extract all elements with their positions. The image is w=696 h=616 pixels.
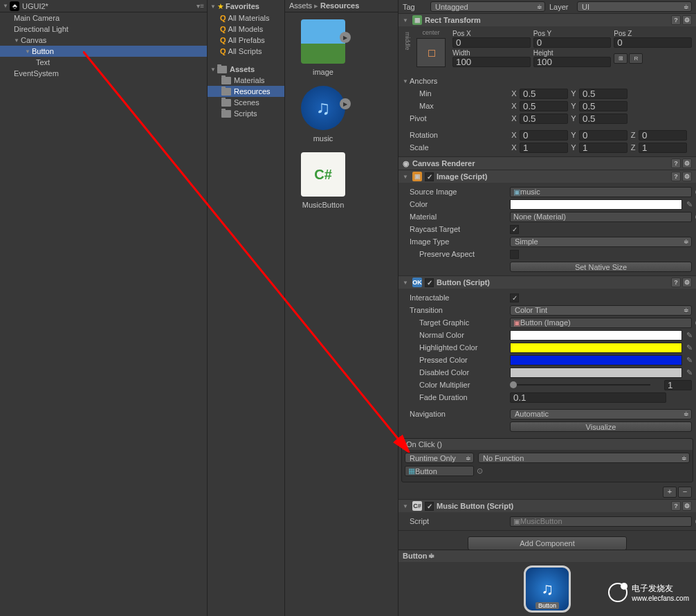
hier-eventsystem[interactable]: EventSystem — [0, 68, 207, 79]
hier-canvas[interactable]: ▼Canvas — [0, 35, 207, 46]
width-input[interactable] — [452, 57, 531, 67]
set-native-size-button[interactable]: Set Native Size — [510, 262, 692, 272]
posz-input[interactable] — [614, 37, 692, 48]
visualize-button[interactable]: Visualize — [510, 422, 692, 432]
image-color[interactable] — [510, 199, 682, 210]
rect-foldout[interactable]: ▼ — [403, 17, 410, 24]
search-icon: Q — [220, 47, 226, 55]
anchor-max-x[interactable] — [520, 101, 568, 111]
scale-z[interactable] — [639, 143, 687, 153]
layer-dropdown[interactable]: UI — [577, 1, 692, 12]
assets-root[interactable]: ▼Assets — [208, 64, 284, 75]
raycast-checkbox[interactable] — [510, 225, 519, 234]
posx-input[interactable] — [452, 37, 531, 48]
asset-image[interactable]: ▶ image — [292, 19, 354, 76]
anchor-min-y[interactable] — [579, 89, 628, 99]
script-field[interactable]: ▣MusicButton — [510, 516, 692, 527]
musicbutton-enabled[interactable] — [425, 502, 434, 511]
target-graphic-field[interactable]: ▣Button (Image) — [510, 318, 692, 328]
gear-icon[interactable]: ⚙ — [682, 278, 692, 287]
folder-scripts[interactable]: Scripts — [208, 108, 284, 119]
pivot-x[interactable] — [520, 114, 568, 124]
help-icon[interactable]: ? — [671, 158, 681, 168]
pivot-y[interactable] — [579, 114, 628, 124]
runtime-dropdown[interactable]: Runtime Only — [405, 453, 474, 463]
navigation-dropdown[interactable]: Automatic — [510, 409, 692, 419]
remove-event-button[interactable]: − — [678, 487, 692, 498]
anchor-min-x[interactable] — [520, 89, 568, 99]
scale-y[interactable] — [579, 143, 628, 153]
hier-main-camera[interactable]: Main Camera — [0, 12, 207, 24]
help-icon[interactable]: ? — [671, 172, 681, 181]
help-icon[interactable]: ? — [671, 15, 681, 25]
pressed-color[interactable] — [510, 355, 682, 365]
image-enabled[interactable] — [425, 172, 434, 181]
anchor-preset[interactable] — [416, 38, 446, 67]
help-icon[interactable]: ? — [671, 278, 681, 287]
scene-foldout[interactable]: ▼ — [3, 3, 10, 9]
folder-materials[interactable]: Materials — [208, 75, 284, 86]
hierarchy-menu-icon[interactable]: ▾≡ — [196, 2, 204, 10]
scale-x[interactable] — [520, 143, 568, 153]
transition-dropdown[interactable]: Color Tint — [510, 305, 692, 316]
disabled-color[interactable] — [510, 368, 682, 378]
help-icon[interactable]: ? — [671, 501, 681, 511]
button-enabled[interactable] — [425, 278, 434, 287]
image-thumb: ▶ — [301, 19, 345, 64]
music-thumb: ♫▶ — [301, 86, 345, 130]
image-title: Image (Script) — [437, 172, 487, 181]
normal-color[interactable] — [510, 330, 682, 341]
function-dropdown[interactable]: No Function — [478, 453, 690, 463]
rot-x[interactable] — [520, 130, 568, 141]
musicbutton-title: Music Button (Script) — [437, 502, 513, 510]
color-multiplier-slider[interactable] — [510, 380, 664, 390]
posy-input[interactable] — [533, 37, 612, 48]
preview-music-icon: ♫Button — [524, 565, 571, 613]
gear-icon[interactable]: ⚙ — [682, 172, 692, 181]
hier-button[interactable]: ▼Button — [0, 46, 207, 57]
height-input[interactable] — [533, 57, 612, 67]
highlighted-color[interactable] — [510, 343, 682, 353]
tag-label: Tag — [403, 3, 426, 11]
add-component-button[interactable]: Add Component — [468, 536, 627, 550]
rot-z[interactable] — [639, 130, 687, 141]
search-icon: Q — [220, 36, 226, 44]
interactable-checkbox[interactable] — [510, 293, 519, 302]
image-type-dropdown[interactable]: Simple — [510, 237, 692, 247]
blueprint-mode[interactable]: ⊞ — [614, 53, 628, 64]
hier-directional-light[interactable]: Directional Light — [0, 24, 207, 35]
rect-transform-title: Rect Transform — [425, 16, 481, 24]
button-icon: OK — [412, 278, 422, 287]
script-icon: C# — [412, 501, 422, 511]
play-badge-icon: ▶ — [340, 32, 351, 43]
folder-scenes[interactable]: Scenes — [208, 97, 284, 108]
image-icon: ▣ — [412, 172, 422, 181]
gear-icon[interactable]: ⚙ — [682, 158, 692, 168]
tag-dropdown[interactable]: Untagged — [430, 1, 545, 12]
asset-musicbutton[interactable]: C# MusicButton — [292, 152, 354, 209]
star-icon: ★ — [217, 2, 224, 11]
anchor-max-y[interactable] — [579, 101, 628, 111]
onclick-object-field[interactable]: ▦Button — [405, 466, 474, 476]
rot-y[interactable] — [579, 130, 628, 141]
hier-text[interactable]: Text — [0, 57, 207, 68]
gear-icon[interactable]: ⚙ — [682, 15, 692, 25]
fav-all-prefabs[interactable]: QAll Prefabs — [208, 35, 284, 46]
fade-duration-input[interactable] — [510, 392, 666, 403]
gear-icon[interactable]: ⚙ — [682, 501, 692, 511]
raw-edit-mode[interactable]: R — [629, 53, 643, 64]
add-event-button[interactable]: + — [663, 487, 677, 498]
onclick-header: On Click () — [402, 439, 693, 450]
fav-all-scripts[interactable]: QAll Scripts — [208, 46, 284, 57]
material-field[interactable]: None (Material) — [510, 212, 692, 222]
watermark: 电子发烧友www.elecfans.com — [608, 583, 689, 602]
watermark-icon — [608, 583, 628, 602]
preserve-aspect-checkbox[interactable] — [510, 250, 519, 259]
folder-resources[interactable]: Resources — [208, 86, 284, 97]
fav-all-materials[interactable]: QAll Materials — [208, 12, 284, 24]
asset-music[interactable]: ♫▶ music — [292, 86, 354, 143]
eye-icon: ◉ — [403, 159, 410, 168]
fav-all-models[interactable]: QAll Models — [208, 24, 284, 35]
source-image-field[interactable]: ▣music — [510, 187, 692, 197]
breadcrumb[interactable]: Assets▸Resources — [285, 0, 398, 12]
